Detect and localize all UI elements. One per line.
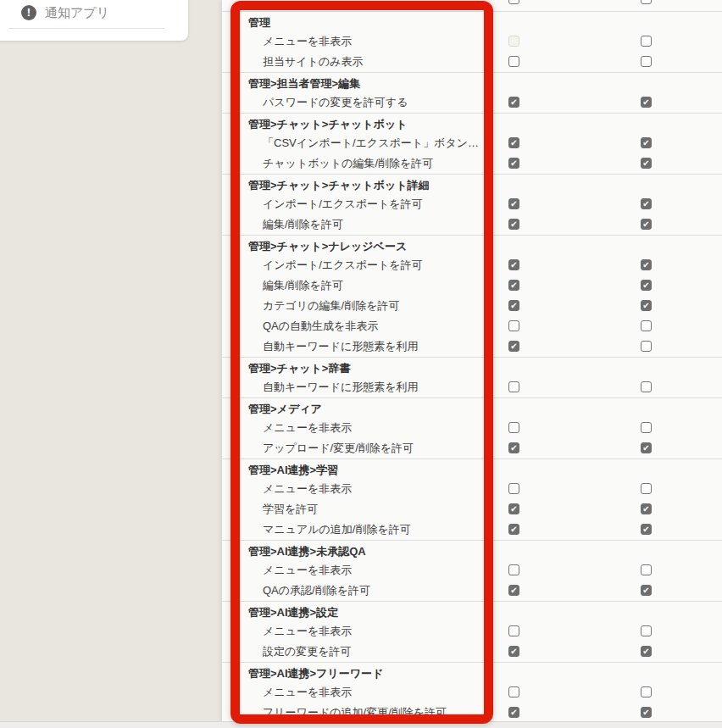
permission-label: 「CSVインポート/エクスポート」ボタンを表示 xyxy=(263,133,480,153)
permission-checkbox[interactable]: ✔ xyxy=(641,524,652,535)
permission-checkbox[interactable]: ✔ xyxy=(508,503,519,514)
permission-checkbox[interactable] xyxy=(508,686,519,697)
section-header: 管理>AI連携>設定 xyxy=(222,602,722,621)
permission-checkbox[interactable]: ✔ xyxy=(508,219,519,230)
section-header: 管理>チャット>辞書 xyxy=(222,358,722,377)
permission-checkbox[interactable]: ✔ xyxy=(508,442,519,453)
permission-checkbox[interactable] xyxy=(641,381,652,392)
permission-row: メニューを非表示 xyxy=(222,479,722,499)
permission-checkbox[interactable]: ✔ xyxy=(641,198,652,209)
permission-row: 編集/削除を許可✔✔ xyxy=(222,214,722,235)
permission-row: メニューを非表示 xyxy=(222,31,722,52)
permission-row: フリーワードの追加/変更/削除を許可✔✔ xyxy=(222,703,722,721)
permission-checkbox[interactable] xyxy=(641,483,652,494)
permission-label: カテゴリの編集/削除を許可 xyxy=(263,296,399,316)
permission-row: 担当サイトのみ表示 xyxy=(222,52,722,72)
permission-checkbox[interactable] xyxy=(508,625,519,636)
permission-label: インポート/エクスポートを許可 xyxy=(263,255,423,275)
permission-checkbox[interactable]: ✔ xyxy=(641,137,652,148)
section-header: 管理>担当者管理>編集 xyxy=(222,73,722,92)
section-header: 管理>チャット>チャットボット xyxy=(222,114,722,133)
permission-checkbox[interactable] xyxy=(641,341,652,352)
permission-label: メニューを非表示 xyxy=(263,418,352,438)
permission-label: インポート/エクスポートを許可 xyxy=(263,194,423,214)
permission-checkbox[interactable] xyxy=(641,625,652,636)
card-divider xyxy=(8,28,164,29)
permission-checkbox[interactable] xyxy=(508,0,519,4)
permission-checkbox[interactable]: ✔ xyxy=(508,585,519,596)
permissions-table: 管理メニューを非表示担当サイトのみ表示管理>担当者管理>編集パスワードの変更を許… xyxy=(222,12,722,721)
permission-row: インポート/エクスポートを許可✔✔ xyxy=(222,194,722,214)
permission-checkbox[interactable]: ✔ xyxy=(641,503,652,514)
notification-app-item[interactable]: ! 通知アプリ xyxy=(21,3,109,22)
section-header: 管理 xyxy=(222,12,722,31)
exclamation-circle-icon: ! xyxy=(21,5,36,20)
section-header: 管理>メディア xyxy=(222,398,722,418)
permission-checkbox[interactable] xyxy=(508,381,519,392)
partial-permission-row xyxy=(222,0,722,11)
permission-label: 担当サイトのみ表示 xyxy=(263,52,364,72)
permission-row: 「CSVインポート/エクスポート」ボタンを表示✔✔ xyxy=(222,133,722,153)
permission-checkbox[interactable]: ✔ xyxy=(508,158,519,169)
permission-label: アップロード/変更/削除を許可 xyxy=(263,438,414,458)
permission-checkbox[interactable] xyxy=(641,422,652,433)
section-header: 管理>チャット>ナレッジベース xyxy=(222,236,722,255)
permission-checkbox[interactable]: ✔ xyxy=(641,259,652,270)
permission-checkbox[interactable]: ✔ xyxy=(508,259,519,270)
permission-checkbox[interactable]: ✔ xyxy=(641,158,652,169)
permission-row: メニューを非表示 xyxy=(222,418,722,438)
permission-checkbox[interactable] xyxy=(508,422,519,433)
permission-row: パスワードの変更を許可する✔✔ xyxy=(222,92,722,113)
permission-label: メニューを非表示 xyxy=(263,621,352,642)
permission-checkbox[interactable]: ✔ xyxy=(641,707,652,718)
permission-row: マニュアルの追加/削除を許可✔✔ xyxy=(222,520,722,540)
permissions-panel: 管理メニューを非表示担当サイトのみ表示管理>担当者管理>編集パスワードの変更を許… xyxy=(222,0,722,721)
permission-checkbox[interactable]: ✔ xyxy=(508,280,519,291)
permission-checkbox[interactable]: ✔ xyxy=(508,524,519,535)
permission-checkbox[interactable]: ✔ xyxy=(508,97,519,108)
permission-checkbox[interactable] xyxy=(641,320,652,331)
permission-checkbox[interactable]: ✔ xyxy=(508,198,519,209)
permission-checkbox[interactable] xyxy=(641,686,652,697)
permission-row: チャットボットの編集/削除を許可✔✔ xyxy=(222,153,722,174)
permission-checkbox[interactable] xyxy=(508,483,519,494)
permission-checkbox[interactable]: ✔ xyxy=(641,442,652,453)
permission-row: メニューを非表示 xyxy=(222,621,722,642)
permission-row: カテゴリの編集/削除を許可✔✔ xyxy=(222,296,722,316)
permission-checkbox[interactable]: ✔ xyxy=(641,219,652,230)
permission-checkbox[interactable]: ✔ xyxy=(641,585,652,596)
permission-checkbox[interactable]: ✔ xyxy=(641,280,652,291)
permission-checkbox[interactable]: ✔ xyxy=(641,646,652,657)
permission-label: チャットボットの編集/削除を許可 xyxy=(263,153,433,174)
section-header: 管理>AI連携>学習 xyxy=(222,459,722,479)
permission-checkbox[interactable]: ✔ xyxy=(508,707,519,718)
permission-checkbox[interactable]: ✔ xyxy=(641,300,652,311)
permission-row: 自動キーワードに形態素を利用✔ xyxy=(222,336,722,357)
section-header: 管理>AI連携>未承認QA xyxy=(222,541,722,560)
permission-checkbox[interactable]: ✔ xyxy=(508,137,519,148)
permission-label: パスワードの変更を許可する xyxy=(263,92,408,113)
permission-checkbox[interactable] xyxy=(641,564,652,575)
permission-checkbox[interactable] xyxy=(641,0,652,4)
permission-checkbox[interactable]: ✔ xyxy=(508,341,519,352)
permission-checkbox[interactable] xyxy=(641,36,652,47)
permission-checkbox[interactable]: ✔ xyxy=(641,97,652,108)
permission-label: フリーワードの追加/変更/削除を許可 xyxy=(263,703,447,721)
permission-checkbox xyxy=(508,36,519,47)
bottom-strip xyxy=(0,721,722,728)
permission-label: 編集/削除を許可 xyxy=(263,214,343,235)
permission-checkbox[interactable] xyxy=(508,320,519,331)
permission-label: QAの承認/削除を許可 xyxy=(263,581,370,601)
permission-label: 自動キーワードに形態素を利用 xyxy=(263,377,419,397)
permission-checkbox[interactable]: ✔ xyxy=(508,646,519,657)
permission-checkbox[interactable] xyxy=(508,564,519,575)
notification-app-card[interactable]: ! 通知アプリ xyxy=(0,0,188,41)
permission-label: メニューを非表示 xyxy=(263,31,352,52)
permission-checkbox[interactable]: ✔ xyxy=(508,300,519,311)
permission-row: 編集/削除を許可✔✔ xyxy=(222,275,722,296)
permission-checkbox[interactable] xyxy=(641,56,652,67)
permission-label: メニューを非表示 xyxy=(263,560,352,581)
permission-row: QAの承認/削除を許可✔✔ xyxy=(222,581,722,601)
permission-checkbox[interactable] xyxy=(508,56,519,67)
section-header: 管理>AI連携>フリーワード xyxy=(222,663,722,682)
